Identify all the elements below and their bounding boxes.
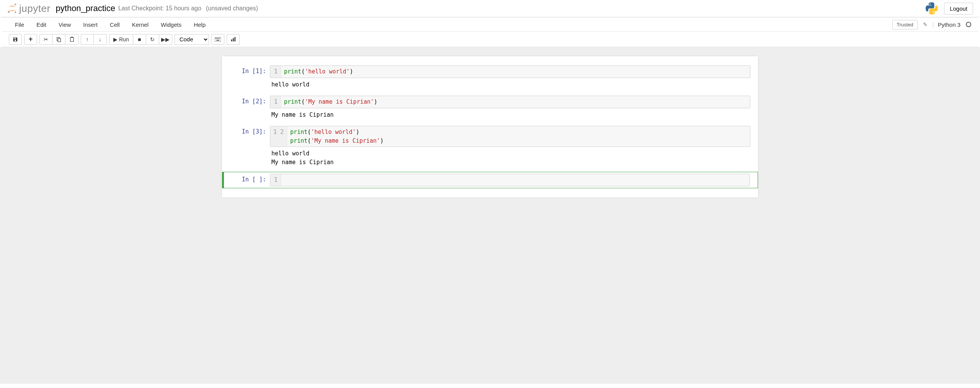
save-button[interactable] (9, 34, 22, 45)
code-area[interactable] (281, 174, 750, 186)
header: jupyter python_practice Last Checkpoint:… (0, 0, 980, 17)
move-up-button[interactable]: ↑ (81, 34, 94, 45)
cell-body: 1print('My name is Ciprian')My name is C… (270, 96, 754, 121)
menu-kernel[interactable]: Kernel (126, 18, 155, 31)
kernel-indicator-icon (966, 22, 971, 27)
input-prompt: In [2]: (228, 96, 270, 121)
code-area[interactable]: print('hello world') (281, 66, 750, 78)
paste-icon (69, 37, 75, 42)
unsaved-text: (unsaved changes) (206, 5, 258, 12)
run-group: ▶︎Run ■ ↻ ▶▶ (109, 34, 172, 45)
stop-icon: ■ (138, 36, 141, 42)
trusted-button[interactable]: Trusted (892, 20, 918, 29)
notebook-container: In [1]:1print('hello world')hello worldI… (222, 56, 758, 197)
restart-icon: ↻ (150, 36, 155, 42)
svg-point-1 (8, 11, 10, 13)
jupyter-logo-text: jupyter (19, 3, 51, 15)
bar-chart-icon (230, 37, 236, 42)
svg-point-2 (15, 11, 16, 13)
line-gutter: 1 (270, 174, 281, 186)
menu-help[interactable]: Help (188, 18, 212, 31)
line-gutter: 1 (270, 96, 281, 108)
output-area: My name is Ciprian (270, 108, 750, 122)
logout-button[interactable]: Logout (944, 3, 973, 15)
svg-rect-5 (70, 37, 74, 41)
svg-rect-7 (215, 37, 221, 42)
celltype-select[interactable]: Code (175, 34, 209, 45)
toolbar: + ✂ ↑ ↓ ▶︎Run ■ ↻ ▶▶ Code (2, 32, 978, 47)
restart-run-all-button[interactable]: ▶▶ (159, 34, 172, 45)
svg-rect-10 (218, 38, 219, 39)
input-prompt: In [ ]: (228, 174, 270, 186)
add-cell-button[interactable]: + (24, 34, 37, 45)
command-palette-button[interactable] (211, 34, 224, 45)
chart-button[interactable] (227, 34, 240, 45)
output-area: hello world (270, 78, 750, 91)
input-area[interactable]: 1print('My name is Ciprian') (270, 96, 750, 108)
run-label: Run (119, 36, 129, 42)
menu-insert[interactable]: Insert (77, 18, 104, 31)
menu-edit[interactable]: Edit (30, 18, 52, 31)
keyboard-icon (215, 37, 221, 42)
line-gutter: 1 (270, 66, 281, 78)
notebook-name[interactable]: python_practice (56, 3, 115, 13)
move-group: ↑ ↓ (81, 34, 107, 45)
svg-rect-14 (233, 38, 234, 41)
code-cell[interactable]: In [ ]:1 (222, 172, 758, 188)
svg-point-0 (15, 3, 16, 5)
cell-body: 1 2print('hello world') print('My name i… (270, 126, 754, 169)
page-body: In [1]:1print('hello world')hello worldI… (0, 47, 980, 384)
line-gutter: 1 2 (270, 126, 287, 147)
save-icon (13, 37, 18, 42)
code-cell[interactable]: In [3]:1 2print('hello world') print('My… (222, 124, 758, 170)
cut-copy-paste-group: ✂ (39, 34, 78, 45)
run-icon: ▶︎ (113, 36, 118, 42)
interrupt-button[interactable]: ■ (133, 34, 146, 45)
svg-rect-11 (219, 38, 220, 39)
code-cell[interactable]: In [1]:1print('hello world')hello world (222, 64, 758, 93)
header-right: Logout (926, 2, 973, 15)
menu-file[interactable]: File (9, 18, 30, 31)
jupyter-logo[interactable]: jupyter (7, 3, 51, 15)
restart-button[interactable]: ↻ (146, 34, 159, 45)
svg-rect-12 (216, 40, 219, 41)
menu-cell[interactable]: Cell (104, 18, 126, 31)
cell-body: 1print('hello world')hello world (270, 65, 754, 91)
cut-button[interactable]: ✂ (39, 34, 52, 45)
arrow-up-icon: ↑ (86, 36, 89, 42)
paste-button[interactable] (65, 34, 78, 45)
code-area[interactable]: print('My name is Ciprian') (281, 96, 750, 108)
kernel-name[interactable]: Python 3 (933, 21, 960, 28)
cell-body: 1 (270, 174, 754, 186)
input-prompt: In [1]: (228, 65, 270, 91)
svg-rect-13 (231, 39, 232, 41)
pencil-icon[interactable]: ✎ (921, 21, 930, 28)
fast-forward-icon: ▶▶ (161, 36, 170, 42)
input-prompt: In [3]: (228, 126, 270, 169)
move-down-button[interactable]: ↓ (94, 34, 107, 45)
svg-rect-8 (216, 38, 216, 39)
svg-rect-4 (58, 38, 60, 42)
menu-view[interactable]: View (52, 18, 77, 31)
svg-rect-6 (71, 37, 73, 38)
menubar-right: Trusted ✎ Python 3 (892, 20, 971, 29)
menu-widgets[interactable]: Widgets (155, 18, 188, 31)
run-button[interactable]: ▶︎Run (109, 34, 133, 45)
plus-icon: + (29, 35, 33, 43)
svg-rect-9 (217, 38, 217, 39)
input-area[interactable]: 1 (270, 174, 750, 186)
scissors-icon: ✂ (44, 36, 48, 42)
code-cell[interactable]: In [2]:1print('My name is Ciprian')My na… (222, 94, 758, 123)
copy-button[interactable] (52, 34, 65, 45)
jupyter-icon (7, 3, 18, 14)
copy-icon (56, 37, 62, 42)
svg-rect-15 (234, 37, 235, 41)
output-area: hello world My name is Ciprian (270, 147, 750, 169)
arrow-down-icon: ↓ (99, 36, 101, 42)
python-logo-icon (926, 2, 938, 15)
checkpoint-text: Last Checkpoint: 15 hours ago (118, 5, 201, 12)
code-area[interactable]: print('hello world') print('My name is C… (287, 126, 750, 147)
menubar: File Edit View Insert Cell Kernel Widget… (2, 17, 978, 32)
input-area[interactable]: 1print('hello world') (270, 65, 750, 78)
input-area[interactable]: 1 2print('hello world') print('My name i… (270, 126, 750, 147)
